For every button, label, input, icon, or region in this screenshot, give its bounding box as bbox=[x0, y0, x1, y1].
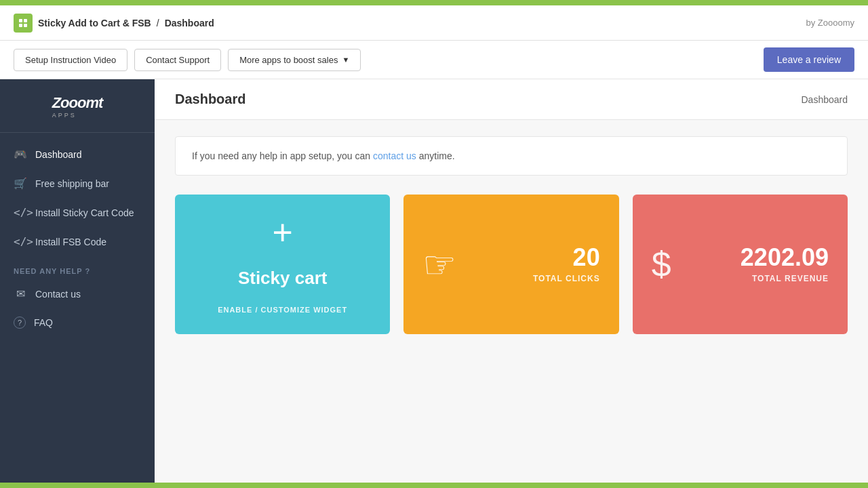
total-clicks-card: ☞ 20 TOTAL CLICKS bbox=[403, 195, 618, 334]
contact-support-button[interactable]: Contact Support bbox=[134, 49, 221, 71]
info-text-after: anytime. bbox=[416, 150, 455, 161]
revenue-label: TOTAL REVENUE bbox=[688, 274, 829, 283]
sticky-cart-subtitle: ENABLE / CUSTOMIZE WIDGET bbox=[218, 306, 347, 314]
revenue-info: 2202.09 TOTAL REVENUE bbox=[688, 245, 829, 283]
sidebar-label-faq: FAQ bbox=[34, 317, 53, 328]
svg-rect-1 bbox=[24, 19, 27, 22]
help-section-label: NEED ANY HELP ? bbox=[0, 256, 155, 279]
sidebar-label-free-shipping: Free shipping bar bbox=[35, 178, 109, 189]
clicks-label: TOTAL CLICKS bbox=[473, 274, 599, 283]
total-revenue-card: $ 2202.09 TOTAL REVENUE bbox=[633, 195, 848, 334]
code-icon-1: </> bbox=[14, 206, 27, 219]
bottom-accent-bar bbox=[0, 483, 868, 488]
top-accent-bar bbox=[0, 0, 868, 5]
leave-review-button[interactable]: Leave a review bbox=[764, 47, 854, 72]
cart-icon: 🛒 bbox=[14, 177, 27, 190]
info-text-before: If you need any help in app setup, you c… bbox=[192, 150, 373, 161]
chevron-down-icon: ▼ bbox=[342, 56, 349, 64]
page-title: Dashboard bbox=[175, 92, 245, 107]
pointer-icon: ☞ bbox=[422, 243, 456, 287]
clicks-info: 20 TOTAL CLICKS bbox=[473, 245, 599, 283]
revenue-value: 2202.09 bbox=[688, 245, 829, 270]
svg-rect-3 bbox=[24, 24, 27, 27]
sticky-cart-card[interactable]: + Sticky cart ENABLE / CUSTOMIZE WIDGET bbox=[175, 195, 390, 334]
sidebar-label-contact: Contact us bbox=[35, 289, 81, 300]
sidebar-item-dashboard[interactable]: 🎮 Dashboard bbox=[0, 140, 155, 169]
sidebar-item-install-fsb[interactable]: </> Install FSB Code bbox=[0, 227, 155, 256]
sticky-cart-title: Sticky cart bbox=[238, 269, 328, 287]
page-header: Dashboard Dashboard bbox=[155, 79, 868, 120]
dashboard-icon: 🎮 bbox=[14, 148, 27, 161]
sidebar-item-faq[interactable]: ? FAQ bbox=[0, 308, 155, 337]
info-box: If you need any help in app setup, you c… bbox=[175, 136, 848, 176]
logo-text: Zooomt bbox=[52, 96, 103, 110]
sidebar-item-contact-us[interactable]: ✉ Contact us bbox=[0, 279, 155, 308]
breadcrumb: Dashboard bbox=[802, 94, 848, 105]
sidebar: Zooomt APPS 🎮 Dashboard 🛒 Free shipping … bbox=[0, 79, 155, 488]
dollar-icon: $ bbox=[652, 244, 671, 285]
clicks-value: 20 bbox=[473, 245, 599, 270]
plus-icon: + bbox=[272, 215, 292, 250]
main-layout: Zooomt APPS 🎮 Dashboard 🛒 Free shipping … bbox=[0, 79, 868, 488]
app-name: Sticky Add to Cart & FSB bbox=[38, 18, 151, 28]
header-by-label: by Zoooomy bbox=[806, 18, 854, 28]
sidebar-logo: Zooomt APPS bbox=[0, 79, 155, 133]
svg-rect-0 bbox=[19, 19, 22, 22]
app-header: Sticky Add to Cart & FSB / Dashboard by … bbox=[0, 5, 868, 41]
main-content-area: Dashboard Dashboard If you need any help… bbox=[155, 79, 868, 488]
question-icon: ? bbox=[14, 317, 26, 329]
sidebar-item-install-sticky-cart[interactable]: </> Install Sticky Cart Code bbox=[0, 198, 155, 227]
sidebar-nav: 🎮 Dashboard 🛒 Free shipping bar </> Inst… bbox=[0, 133, 155, 344]
sidebar-label-install-fsb: Install FSB Code bbox=[35, 237, 106, 247]
header-page: Dashboard bbox=[165, 18, 214, 28]
dashboard-content: If you need any help in app setup, you c… bbox=[155, 120, 868, 350]
toolbar: Setup Instruction Video Contact Support … bbox=[0, 41, 868, 79]
email-icon: ✉ bbox=[14, 287, 27, 300]
svg-rect-2 bbox=[19, 24, 22, 27]
header-left: Sticky Add to Cart & FSB / Dashboard bbox=[14, 14, 214, 33]
header-separator: / bbox=[157, 18, 159, 28]
more-apps-button[interactable]: More apps to boost sales ▼ bbox=[228, 49, 361, 71]
code-icon-2: </> bbox=[14, 235, 27, 248]
logo-sub: APPS bbox=[52, 112, 103, 119]
app-icon bbox=[14, 14, 33, 33]
stats-row: + Sticky cart ENABLE / CUSTOMIZE WIDGET … bbox=[175, 195, 848, 334]
contact-us-link[interactable]: contact us bbox=[373, 150, 416, 161]
sidebar-label-install-sticky: Install Sticky Cart Code bbox=[35, 207, 134, 218]
sidebar-item-free-shipping-bar[interactable]: 🛒 Free shipping bar bbox=[0, 169, 155, 198]
sidebar-label-dashboard: Dashboard bbox=[35, 149, 82, 160]
setup-video-button[interactable]: Setup Instruction Video bbox=[14, 49, 127, 71]
